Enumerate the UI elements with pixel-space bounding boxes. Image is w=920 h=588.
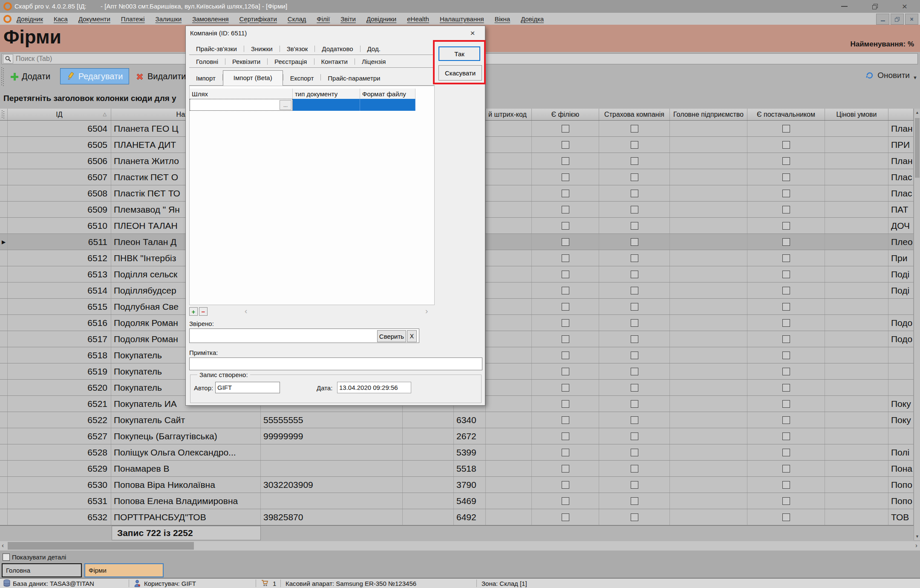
row-checkbox[interactable]	[562, 400, 569, 408]
row-checkbox[interactable]	[631, 513, 638, 521]
row-checkbox[interactable]	[631, 173, 638, 181]
row-checkbox[interactable]	[562, 384, 569, 392]
row-checkbox[interactable]	[782, 352, 790, 359]
row-checkbox[interactable]	[782, 384, 790, 392]
row-checkbox[interactable]	[631, 497, 638, 505]
dialog-tab[interactable]: Прайс-зв'язки	[189, 43, 244, 54]
menu-item[interactable]: Склад	[288, 15, 306, 23]
column-header-barcode[interactable]: й штрих-код	[486, 109, 532, 120]
row-checkbox[interactable]	[631, 335, 638, 343]
dialog-close-icon[interactable]: ×	[467, 29, 478, 38]
row-checkbox[interactable]	[631, 465, 638, 473]
dialog-tab[interactable]: Реквізити	[225, 56, 267, 67]
window-tab-firms[interactable]: Фірми	[84, 563, 164, 577]
row-checkbox[interactable]	[631, 432, 638, 440]
row-checkbox[interactable]	[631, 319, 638, 327]
row-checkbox[interactable]	[631, 141, 638, 149]
row-checkbox[interactable]	[562, 238, 569, 246]
close-button[interactable]: ×	[895, 0, 914, 13]
row-checkbox[interactable]	[631, 271, 638, 278]
menu-item[interactable]: eHealth	[407, 15, 429, 23]
table-row[interactable]: 6527Покупець (Баггаутівська)999999992672	[0, 428, 914, 444]
row-checkbox[interactable]	[782, 416, 790, 424]
column-header-price-terms[interactable]: Цінові умови	[825, 109, 888, 120]
row-checkbox[interactable]	[782, 335, 790, 343]
row-checkbox[interactable]	[631, 190, 638, 197]
toolbar-drag-handle[interactable]	[1, 67, 4, 86]
row-checkbox[interactable]	[562, 465, 569, 473]
row-checkbox[interactable]	[562, 513, 569, 521]
mdi-minimize-button[interactable]	[876, 14, 889, 25]
row-checkbox[interactable]	[562, 173, 569, 181]
row-checkbox[interactable]	[782, 238, 790, 246]
menu-item[interactable]: Довідник	[17, 15, 43, 23]
note-field[interactable]	[189, 357, 482, 370]
row-checkbox[interactable]	[782, 400, 790, 408]
verify-button[interactable]: Сверить	[377, 330, 406, 342]
menu-item[interactable]: Документи	[78, 15, 110, 23]
vertical-scrollbar-thumb[interactable]	[915, 118, 920, 178]
column-header-head-company[interactable]: Головне підприємство	[670, 109, 747, 120]
row-checkbox[interactable]	[782, 432, 790, 440]
minimize-button[interactable]	[834, 0, 854, 13]
menu-item[interactable]: Налаштування	[440, 15, 484, 23]
row-checkbox[interactable]	[782, 157, 790, 165]
fileformat-selected-cell[interactable]	[360, 99, 415, 111]
horizontal-scrollbar-thumb[interactable]	[8, 542, 194, 550]
row-checkbox[interactable]	[562, 254, 569, 262]
column-header-insurance[interactable]: Страхова компанія	[599, 109, 670, 120]
row-checkbox[interactable]	[562, 416, 569, 424]
scroll-up-icon[interactable]: ▲	[914, 110, 920, 115]
dialog-tab[interactable]: Прайс-параметри	[321, 73, 387, 85]
row-checkbox[interactable]	[631, 384, 638, 392]
show-details-checkbox[interactable]	[3, 553, 10, 561]
dialog-tab[interactable]: Дод.	[361, 43, 387, 54]
add-button[interactable]: Додати	[11, 72, 50, 81]
row-checkbox[interactable]	[631, 449, 638, 456]
row-checkbox[interactable]	[562, 335, 569, 343]
row-checkbox[interactable]	[562, 432, 569, 440]
column-header-tail[interactable]	[888, 109, 914, 120]
menu-item[interactable]: Філії	[317, 15, 330, 23]
table-row[interactable]: 6522Покупатель Сайт555555556340Поку	[0, 412, 914, 428]
verified-field[interactable]: Сверить X	[189, 329, 419, 343]
row-checkbox[interactable]	[782, 141, 790, 149]
row-checkbox[interactable]	[631, 254, 638, 262]
row-checkbox[interactable]	[631, 238, 638, 246]
row-checkbox[interactable]	[782, 497, 790, 505]
row-checkbox[interactable]	[631, 368, 638, 375]
row-checkbox[interactable]	[562, 206, 569, 213]
nav-left-icon[interactable]: ‹	[245, 306, 247, 316]
dialog-tab[interactable]: Головні	[189, 56, 225, 67]
restore-button[interactable]	[865, 0, 885, 13]
column-header-id[interactable]: ІД △	[8, 109, 111, 120]
table-row[interactable]: 6532ПОРТТРАНСБУД"ТОВ398258706492ТОВ	[0, 509, 914, 525]
row-checkbox[interactable]	[782, 449, 790, 456]
window-tab-home[interactable]: Головна	[2, 563, 82, 577]
row-checkbox[interactable]	[562, 352, 569, 359]
menu-item[interactable]: Платежі	[121, 15, 145, 23]
menu-item[interactable]: Вікна	[495, 15, 510, 23]
edit-button[interactable]: Редагувати	[60, 68, 129, 84]
menu-item[interactable]: Довідники	[366, 15, 396, 23]
row-checkbox[interactable]	[782, 173, 790, 181]
scroll-down-icon[interactable]: ▼	[914, 534, 920, 539]
scroll-right-icon[interactable]: ›	[915, 542, 917, 549]
row-checkbox[interactable]	[782, 513, 790, 521]
menu-item[interactable]: Каса	[54, 15, 68, 23]
menu-item[interactable]: Довідка	[521, 15, 544, 23]
table-row[interactable]: 6530Попова Віра Николаївна30322039093790…	[0, 477, 914, 493]
menu-item[interactable]: Замовлення	[192, 15, 228, 23]
grid-column-fileformat[interactable]: Формат файлу	[360, 89, 415, 99]
dialog-tab[interactable]: Зв'язок	[280, 43, 315, 54]
date-input[interactable]	[337, 382, 411, 393]
row-checkbox[interactable]	[562, 481, 569, 489]
row-checkbox[interactable]	[562, 287, 569, 294]
date-field[interactable]	[337, 382, 411, 393]
row-checkbox[interactable]	[631, 222, 638, 230]
row-checkbox[interactable]	[631, 303, 638, 311]
row-checkbox[interactable]	[631, 416, 638, 424]
row-checkbox[interactable]	[782, 368, 790, 375]
dialog-tab[interactable]: Імпорт (Beta)	[223, 70, 283, 86]
column-header-is-supplier[interactable]: Є постачальником	[747, 109, 825, 120]
